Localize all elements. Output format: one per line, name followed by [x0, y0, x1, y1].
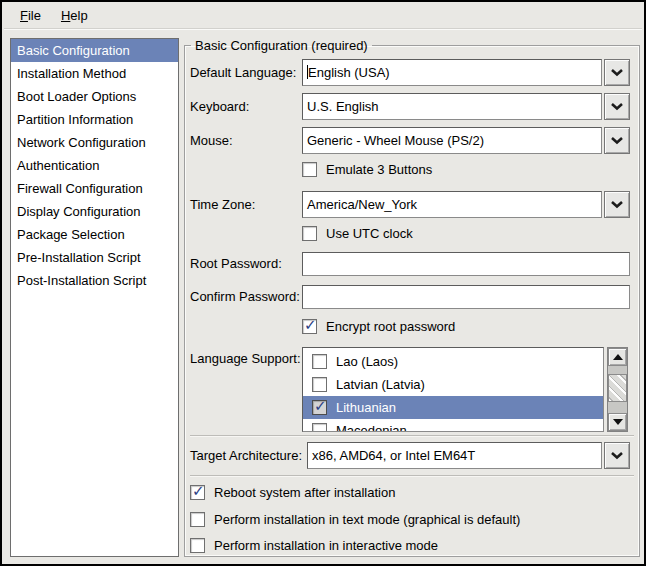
encrypt-root-password-checkbox[interactable]: [302, 319, 317, 334]
sidebar-item-basic-configuration[interactable]: Basic Configuration: [11, 39, 178, 62]
language-support-list: Lao (Laos) Latvian (Latvia) Lithuanian M…: [302, 347, 604, 432]
sidebar-item-post-installation-script[interactable]: Post-Installation Script: [11, 269, 178, 292]
language-option-lao-checkbox[interactable]: [312, 354, 327, 369]
chevron-down-icon: [610, 200, 624, 209]
target-architecture-entry[interactable]: x86, AMD64, or Intel EM64T: [307, 442, 602, 469]
keyboard-dropdown-button[interactable]: [604, 93, 630, 120]
use-utc-clock-checkbox[interactable]: [302, 226, 317, 241]
language-option-lithuanian[interactable]: Lithuanian: [303, 396, 603, 419]
scrollbar-trough[interactable]: [608, 402, 627, 413]
separator: [190, 435, 634, 436]
mouse-dropdown-button[interactable]: [604, 127, 630, 154]
interactive-install-checkbox[interactable]: [190, 538, 205, 553]
emulate-3-buttons-checkbox[interactable]: [302, 162, 317, 177]
confirm-password-label: Confirm Password:: [190, 285, 300, 309]
sidebar-item-partition-information[interactable]: Partition Information: [11, 108, 178, 131]
kickstart-configurator-window: File Help Basic Configuration Installati…: [0, 0, 646, 566]
language-option-lao[interactable]: Lao (Laos): [303, 350, 603, 373]
scrollbar-thumb[interactable]: [608, 374, 627, 402]
default-language-dropdown-button[interactable]: [604, 59, 630, 86]
interactive-install-checkbox-row: Perform installation in interactive mode: [190, 537, 438, 553]
section-nav-list: Basic Configuration Installation Method …: [10, 38, 179, 557]
root-password-field[interactable]: [302, 252, 630, 276]
use-utc-clock-label: Use UTC clock: [326, 226, 413, 241]
chevron-down-icon: [610, 451, 624, 460]
keyboard-label: Keyboard:: [190, 93, 249, 120]
keyboard-combobox: U.S. English: [302, 93, 630, 120]
chevron-down-icon: [610, 68, 624, 77]
language-option-label: Latvian (Latvia): [336, 377, 425, 392]
encrypt-root-password-label: Encrypt root password: [326, 319, 455, 334]
sidebar-item-authentication[interactable]: Authentication: [11, 154, 178, 177]
use-utc-clock-checkbox-row: Use UTC clock: [302, 225, 413, 241]
sidebar-item-firewall-configuration[interactable]: Firewall Configuration: [11, 177, 178, 200]
keyboard-entry[interactable]: U.S. English: [302, 93, 602, 120]
language-option-label: Lithuanian: [336, 400, 396, 415]
time-zone-label: Time Zone:: [190, 191, 255, 218]
scroll-down-button[interactable]: [608, 413, 627, 431]
mouse-entry[interactable]: Generic - Wheel Mouse (PS/2): [302, 127, 602, 154]
scroll-up-button[interactable]: [608, 348, 627, 366]
time-zone-entry[interactable]: America/New_York: [302, 191, 602, 218]
sidebar-item-network-configuration[interactable]: Network Configuration: [11, 131, 178, 154]
language-option-macedonian-checkbox[interactable]: [312, 423, 327, 432]
root-password-label: Root Password:: [190, 252, 282, 276]
text-mode-install-checkbox-row: Perform installation in text mode (graph…: [190, 511, 520, 527]
chevron-down-icon: [610, 102, 624, 111]
language-option-macedonian[interactable]: Macedonian: [303, 419, 603, 432]
emulate-3-buttons-label: Emulate 3 Buttons: [326, 162, 432, 177]
language-option-lithuanian-checkbox[interactable]: [312, 400, 327, 415]
separator: [190, 475, 634, 476]
sidebar-item-boot-loader-options[interactable]: Boot Loader Options: [11, 85, 178, 108]
time-zone-combobox: America/New_York: [302, 191, 630, 218]
emulate-3-buttons-checkbox-row: Emulate 3 Buttons: [302, 161, 432, 177]
arrow-down-icon: [613, 419, 623, 425]
reboot-after-install-label: Reboot system after installation: [214, 485, 395, 500]
menu-help[interactable]: Help: [51, 4, 98, 27]
default-language-combobox: English (USA): [302, 59, 630, 86]
reboot-after-install-checkbox[interactable]: [190, 485, 205, 500]
sidebar-item-display-configuration[interactable]: Display Configuration: [11, 200, 178, 223]
language-option-latvian[interactable]: Latvian (Latvia): [303, 373, 603, 396]
default-language-label: Default Language:: [190, 59, 296, 86]
reboot-after-install-checkbox-row: Reboot system after installation: [190, 484, 395, 500]
sidebar-item-package-selection[interactable]: Package Selection: [11, 223, 178, 246]
confirm-password-field[interactable]: [302, 285, 630, 309]
time-zone-dropdown-button[interactable]: [604, 191, 630, 218]
sidebar-item-installation-method[interactable]: Installation Method: [11, 62, 178, 85]
interactive-install-label: Perform installation in interactive mode: [214, 538, 438, 553]
encrypt-root-password-checkbox-row: Encrypt root password: [302, 318, 455, 334]
target-architecture-combobox: x86, AMD64, or Intel EM64T: [307, 442, 630, 469]
sidebar-item-pre-installation-script[interactable]: Pre-Installation Script: [11, 246, 178, 269]
text-mode-install-label: Perform installation in text mode (graph…: [214, 512, 520, 527]
target-architecture-dropdown-button[interactable]: [604, 442, 630, 469]
language-option-label: Macedonian: [336, 423, 407, 432]
mouse-combobox: Generic - Wheel Mouse (PS/2): [302, 127, 630, 154]
group-title: Basic Configuration (required): [191, 38, 372, 53]
default-language-entry[interactable]: English (USA): [302, 59, 602, 86]
menu-file[interactable]: File: [10, 4, 51, 27]
chevron-down-icon: [610, 136, 624, 145]
mouse-label: Mouse:: [190, 127, 233, 154]
language-list-scrollbar[interactable]: [607, 347, 628, 432]
text-mode-install-checkbox[interactable]: [190, 512, 205, 527]
language-option-label: Lao (Laos): [336, 354, 398, 369]
language-option-latvian-checkbox[interactable]: [312, 377, 327, 392]
target-architecture-label: Target Architecture:: [190, 442, 302, 469]
arrow-up-icon: [613, 354, 623, 360]
language-support-label: Language Support:: [190, 351, 301, 366]
menubar: File Help: [4, 2, 642, 29]
